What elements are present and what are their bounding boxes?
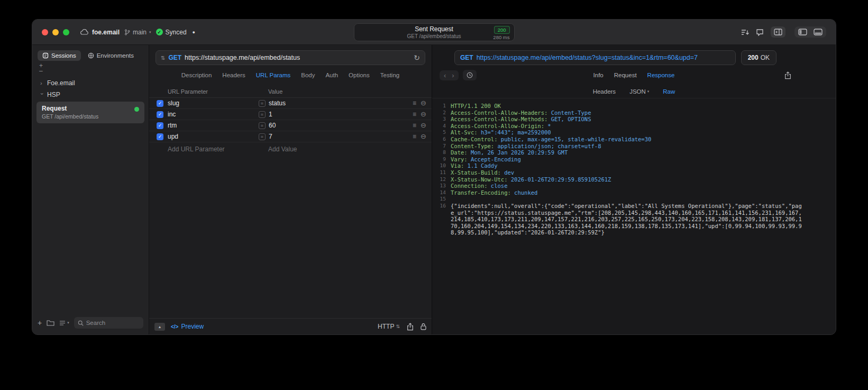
param-name[interactable]: inc (168, 111, 259, 118)
collapse-panel-icon[interactable]: ▲ (154, 323, 165, 331)
add-item-icon[interactable]: + (38, 320, 42, 326)
constant-value-icon: = (259, 133, 266, 140)
history-nav-group: ‹ › (440, 70, 459, 80)
bottom-panel-toggle-icon[interactable] (814, 29, 823, 35)
response-nav-bar: ‹ › Info Request Response (432, 65, 836, 85)
add-param-placeholder[interactable]: Add URL Parameter (168, 146, 268, 153)
row-options-icon[interactable]: ≡ (413, 122, 416, 129)
remove-session-icon[interactable]: – (39, 69, 149, 74)
remove-row-icon[interactable]: ⊖ (421, 133, 426, 140)
row-options-icon[interactable]: ≡ (413, 111, 416, 117)
response-line: 5Alt-Svc: h3=":443"; ma=2592000 (435, 129, 805, 136)
tab-body[interactable]: Body (301, 72, 315, 78)
remove-row-icon[interactable]: ⊖ (421, 100, 426, 106)
tab-options[interactable]: Options (349, 72, 370, 78)
response-line: 2Access-Control-Allow-Headers: Content-T… (435, 110, 805, 116)
share-icon[interactable] (407, 323, 414, 331)
response-url: https://statuspage.me/api/embed/status?s… (477, 54, 698, 61)
subtab-headers[interactable]: Headers (593, 88, 616, 95)
app-window: foe.email main ▾ ✓ Synced ● Sent Request… (32, 19, 836, 335)
list-view-icon[interactable]: ▾ (59, 320, 69, 326)
branch-selector[interactable]: main ▾ (124, 29, 151, 36)
response-line: 7Content-Type: application/json; charset… (435, 143, 805, 150)
param-checkbox[interactable]: ✓ (157, 122, 163, 129)
tab-headers[interactable]: Headers (222, 72, 245, 78)
param-name[interactable]: upd (168, 133, 259, 140)
tab-environments[interactable]: Environments (83, 50, 139, 61)
tab-url-params[interactable]: URL Params (256, 72, 290, 78)
add-value-placeholder[interactable]: Add Value (268, 146, 297, 153)
zoom-window-button[interactable] (63, 29, 69, 35)
param-name[interactable]: slug (168, 99, 259, 107)
sidebar-bottom-bar: + ▾ Search (32, 313, 149, 334)
response-line: 12X-Status-Now-Utc: 2026-01-26T20:29:59.… (435, 176, 805, 183)
status-code-badge: 200 (494, 26, 510, 34)
close-window-button[interactable] (42, 29, 48, 35)
export-share-icon[interactable] (784, 71, 791, 79)
history-clock-icon[interactable] (463, 70, 477, 80)
reload-icon[interactable]: ↻ (414, 53, 420, 62)
sort-icon[interactable] (741, 29, 749, 36)
subtab-json[interactable]: JSON ▾ (629, 88, 649, 95)
project-cloud-status[interactable]: foe.email (80, 29, 120, 36)
preview-label: Preview (181, 323, 204, 330)
preview-button[interactable]: </> Preview (171, 323, 204, 330)
line-number: 9 (435, 156, 446, 163)
forward-icon[interactable]: › (452, 71, 454, 79)
request-summary-pill[interactable]: Sent Request GET /api/embed/status 200 2… (354, 23, 515, 41)
new-folder-icon[interactable] (47, 320, 54, 326)
request-panel: ⇅ GET https://statuspage.me/api/embed/st… (149, 45, 432, 334)
add-param-row[interactable]: Add URL Parameter Add Value (149, 142, 432, 156)
subtab-raw[interactable]: Raw (663, 88, 675, 95)
response-raw-view[interactable]: 1HTTP/1.1 200 OK2Access-Control-Allow-He… (432, 98, 836, 334)
http-version-selector[interactable]: HTTP ⇅ (378, 323, 400, 330)
response-panel: GET https://statuspage.me/api/embed/stat… (432, 45, 836, 334)
request-tabs: Description Headers URL Params Body Auth… (149, 65, 432, 85)
response-method: GET (460, 54, 473, 61)
param-value[interactable]: status (269, 99, 413, 107)
tab-sessions[interactable]: Sessions (38, 50, 81, 61)
column-header-value: Value (268, 88, 282, 95)
param-value[interactable]: 1 (269, 111, 413, 118)
method-selector-icon[interactable]: ⇅ (161, 55, 165, 61)
http-label: HTTP (378, 323, 394, 330)
response-line: 14Transfer-Encoding: chunked (435, 189, 805, 196)
remove-row-icon[interactable]: ⊖ (421, 111, 426, 117)
response-url-bar[interactable]: GET https://statuspage.me/api/embed/stat… (454, 50, 736, 65)
panel-layout-icon[interactable] (771, 26, 785, 38)
lock-icon[interactable] (421, 323, 426, 330)
back-icon[interactable]: ‹ (444, 71, 446, 79)
search-input[interactable]: Search (74, 317, 143, 329)
row-options-icon[interactable]: ≡ (413, 133, 416, 140)
param-checkbox[interactable]: ✓ (157, 133, 163, 140)
remove-row-icon[interactable]: ⊖ (421, 122, 426, 129)
tab-info[interactable]: Info (593, 72, 604, 78)
response-body-line: 16 {"incidents":null,"overall":{"code":"… (435, 203, 805, 236)
tree-item-hsp[interactable]: › HSP (36, 89, 144, 101)
branch-icon (124, 29, 130, 35)
request-item-subtitle: GET /api/embed/status (42, 113, 139, 120)
row-options-icon[interactable]: ≡ (413, 100, 416, 106)
request-url-bar[interactable]: ⇅ GET https://statuspage.me/api/embed/st… (156, 50, 425, 65)
left-sidebar-toggle-icon[interactable] (798, 29, 807, 35)
tab-testing[interactable]: Testing (380, 72, 399, 78)
param-value[interactable]: 60 (269, 122, 413, 129)
tab-auth[interactable]: Auth (325, 72, 338, 78)
response-status-code: 200 (748, 54, 759, 61)
add-session-icon[interactable]: + (39, 64, 149, 69)
request-url[interactable]: https://statuspage.me/api/embed/status (185, 54, 300, 61)
param-name[interactable]: rtm (168, 122, 259, 129)
param-checkbox[interactable]: ✓ (157, 100, 163, 107)
request-method[interactable]: GET (168, 54, 181, 61)
param-checkbox[interactable]: ✓ (157, 111, 163, 118)
sync-status[interactable]: ✓ Synced (156, 29, 187, 36)
tab-request[interactable]: Request (614, 72, 637, 78)
tab-description[interactable]: Description (181, 72, 212, 78)
tab-response[interactable]: Response (647, 72, 675, 78)
review-comment-icon[interactable] (756, 29, 764, 36)
minimize-window-button[interactable] (52, 29, 59, 35)
up-down-arrows-icon: ⇅ (396, 324, 400, 329)
sidebar-request-item-selected[interactable]: Request GET /api/embed/status (36, 102, 144, 123)
tree-item-foe-email[interactable]: › Foe.email (36, 77, 144, 89)
param-value[interactable]: 7 (269, 133, 413, 140)
